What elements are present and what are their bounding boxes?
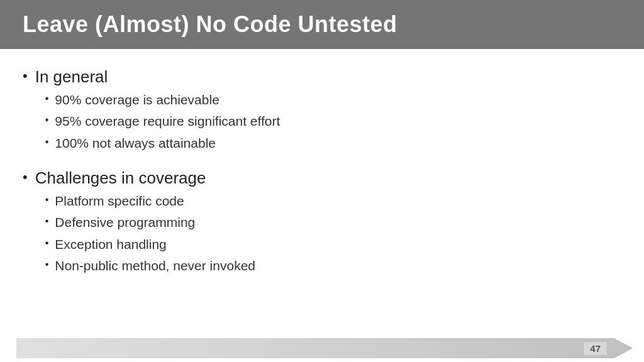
bullet-l2-dot: •: [45, 114, 49, 126]
bullet-l1-label-2: Challenges in coverage: [35, 168, 206, 187]
bullet-l1-label-1: In general: [35, 67, 108, 86]
bullet-l2-text: 100% not always attainable: [55, 134, 216, 152]
list-item: • 95% coverage require significant effor…: [45, 112, 280, 130]
bullet-l1-in-general: • In general • 90% coverage is achievabl…: [23, 67, 619, 155]
bullet-l2-dot: •: [45, 194, 49, 206]
sub-bullets-2: • Platform specific code • Defensive pro…: [45, 192, 255, 275]
section-challenges: • Challenges in coverage • Platform spec…: [23, 168, 619, 284]
sub-bullets-1: • 90% coverage is achievable • 95% cover…: [45, 90, 280, 152]
slide-footer: 47: [0, 338, 644, 362]
list-item: • Platform specific code: [45, 192, 255, 210]
slide-number: 47: [583, 341, 608, 356]
slide-content: • In general • 90% coverage is achievabl…: [0, 49, 644, 338]
bullet-l2-dot: •: [45, 136, 49, 148]
section-in-general: • In general • 90% coverage is achievabl…: [23, 67, 619, 162]
slide: Leave (Almost) No Code Untested • In gen…: [0, 0, 644, 362]
slide-title: Leave (Almost) No Code Untested: [23, 11, 397, 37]
bullet-l2-dot: •: [45, 216, 49, 227]
list-item: • 100% not always attainable: [45, 134, 280, 152]
bullet-l2-text: Platform specific code: [55, 192, 184, 210]
bullet-l2-text: 95% coverage require significant effort: [55, 112, 280, 130]
list-item: • Defensive programming: [45, 213, 255, 231]
bullet-l1-challenges: • Challenges in coverage • Platform spec…: [23, 168, 619, 278]
footer-arrow: 47: [16, 338, 633, 358]
bullet-l1-dot-2: •: [23, 169, 28, 185]
bullet-l2-dot: •: [45, 93, 49, 104]
bullet-l1-dot-1: •: [23, 68, 28, 84]
list-item: • Exception handling: [45, 235, 255, 253]
list-item: • 90% coverage is achievable: [45, 90, 280, 109]
bullet-l2-dot: •: [45, 238, 49, 249]
slide-header: Leave (Almost) No Code Untested: [0, 0, 644, 49]
bullet-l2-text: 90% coverage is achievable: [55, 90, 219, 109]
bullet-l2-text: Defensive programming: [55, 213, 195, 231]
bullet-l2-dot: •: [45, 259, 49, 270]
list-item: • Non-public method, never invoked: [45, 256, 255, 275]
bullet-l2-text: Exception handling: [55, 235, 166, 253]
bullet-l2-text: Non-public method, never invoked: [55, 256, 255, 275]
